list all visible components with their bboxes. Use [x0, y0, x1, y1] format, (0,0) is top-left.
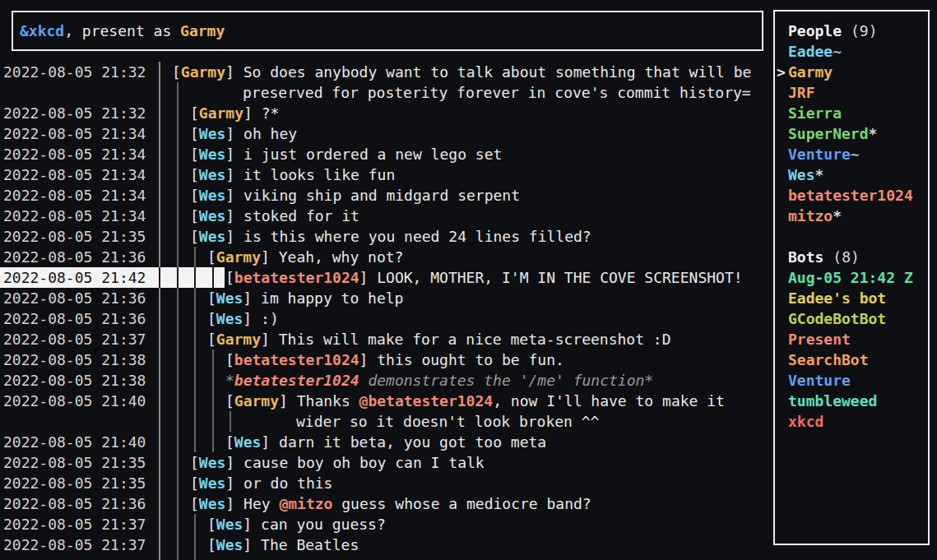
people-list: Eadee~>GarmyJRFSierraSuperNerd*Venture~W…: [775, 41, 928, 226]
message-nick: betatester1024: [234, 351, 359, 368]
chat-message-row[interactable]: 2022-08-05 21:38*betatester1024 demonstr…: [0, 370, 770, 391]
chat-message-row[interactable]: 2022-08-05 21:35[Wes] or do this: [0, 473, 770, 493]
selection-marker: >: [777, 62, 786, 82]
user-list-item[interactable]: mitzo*: [775, 206, 928, 226]
message-nick: Wes: [199, 125, 226, 142]
message-text: [Wes] The Beatles: [207, 535, 359, 555]
bracket: [: [207, 331, 216, 348]
message-segment: demonstrates the '/me' function*: [359, 372, 654, 389]
bracket: [: [207, 248, 216, 266]
bot-list-item[interactable]: Aug-05 21:42 Z: [775, 267, 928, 288]
message-nick: Wes: [216, 289, 244, 307]
message-segment: @betatester1024: [359, 392, 494, 410]
chat-message-row[interactable]: 2022-08-05 21:37[Wes] can you guess?: [0, 514, 770, 535]
bracket: [: [190, 474, 199, 492]
bracket: ]: [243, 310, 261, 327]
bracket: ]: [225, 125, 244, 142]
message-segment: i just ordered a new lego set: [244, 146, 502, 163]
bot-list-item[interactable]: Venture: [775, 370, 928, 391]
user-list-item[interactable]: JRF: [775, 82, 928, 103]
bracket: ]: [359, 351, 378, 368]
chat-message-row[interactable]: 2022-08-05 21:37[Wes] The Beatles: [0, 535, 770, 555]
message-text: [Wes] :): [207, 308, 279, 329]
message-nick: Wes: [216, 516, 244, 533]
bot-list-item[interactable]: Eadee's bot: [775, 288, 928, 308]
message-segment: darn it beta, you got too meta: [279, 433, 546, 451]
app-window: &xkcd, present as Garmy 2022-08-05 21:32…: [0, 0, 937, 560]
user-list-item[interactable]: SuperNerd*: [775, 123, 928, 144]
chat-log[interactable]: 2022-08-05 21:32[Garmy] So does anybody …: [0, 62, 772, 560]
message-segment: is this where you need 24 lines filled?: [244, 228, 591, 245]
chat-message-row[interactable]: 2022-08-05 21:36[Wes] :): [0, 308, 770, 329]
message-text: [betatester1024] LOOK, MOTHER, I'M IN TH…: [225, 267, 743, 288]
message-segment: So does anybody want to talk about somet…: [244, 63, 752, 81]
bracket: ]: [243, 289, 261, 307]
chat-message-row[interactable]: 2022-08-05 21:32[Garmy] ?*: [0, 103, 770, 123]
bracket: [: [190, 207, 199, 224]
chat-message-row[interactable]: 2022-08-05 21:34[Wes] viking ship and mi…: [0, 185, 770, 206]
bracket: ]: [279, 392, 297, 410]
message-nick: betatester1024: [234, 372, 359, 389]
message-text: [Garmy] Thanks @betatester1024, now I'll…: [225, 391, 725, 411]
bot-list-item[interactable]: Present: [775, 329, 928, 349]
bots-list: Aug-05 21:42 ZEadee's botGCodeBotBotPres…: [775, 267, 928, 432]
bot-name: xkcd: [788, 413, 823, 430]
user-list-item[interactable]: Sierra: [775, 103, 928, 123]
message-text: [Wes] viking ship and midgard serpent: [190, 185, 520, 206]
message-nick: Garmy: [216, 248, 261, 266]
chat-message-wrap-row[interactable]: preserved for posterity forever in cove'…: [0, 82, 770, 103]
bracket: [: [225, 433, 234, 451]
bracket: [: [207, 289, 216, 307]
message-segment: guess whose a mediocre band?: [332, 495, 591, 512]
message-segment: @mitzo: [279, 495, 332, 512]
user-list-item[interactable]: Wes*: [775, 164, 928, 185]
chat-message-wrap-row[interactable]: wider so it doesn't look broken ^^: [0, 411, 770, 432]
chat-message-row[interactable]: 2022-08-05 21:35[Wes] is this where you …: [0, 226, 770, 247]
chat-message-row[interactable]: 2022-08-05 21:34[Wes] i just ordered a n…: [0, 144, 770, 164]
chat-message-row[interactable]: 2022-08-05 21:35[Wes] cause boy oh boy c…: [0, 452, 770, 473]
chat-message-row[interactable]: 2022-08-05 21:38[betatester1024] this ou…: [0, 349, 770, 370]
message-segment: Yeah, why not?: [279, 248, 404, 266]
bracket: [: [190, 228, 199, 245]
timestamp: 2022-08-05 21:35: [3, 226, 146, 247]
bracket: ]: [243, 536, 261, 553]
bracket: [: [207, 516, 216, 533]
thread-guide-line: [212, 267, 214, 288]
user-list-item[interactable]: >Garmy: [775, 62, 928, 82]
chat-message-row[interactable]: 2022-08-05 21:40[Garmy] Thanks @betatest…: [0, 391, 770, 411]
bracket: [: [190, 187, 199, 204]
chat-message-row[interactable]: 2022-08-05 21:42[betatester1024] LOOK, M…: [0, 267, 770, 288]
chat-message-row[interactable]: 2022-08-05 21:36[Garmy] Yeah, why not?: [0, 247, 770, 267]
list-spacer: [775, 226, 928, 247]
chat-message-row[interactable]: 2022-08-05 21:34[Wes] stoked for it: [0, 206, 770, 226]
chat-message-row[interactable]: 2022-08-05 21:34[Wes] it looks like fun: [0, 164, 770, 185]
user-list-item[interactable]: Eadee~: [775, 41, 928, 62]
message-segment: , now I'll have to make it: [493, 392, 725, 410]
user-list-item[interactable]: betatester1024: [775, 185, 928, 206]
chat-message-row[interactable]: 2022-08-05 21:37[Garmy] This will make f…: [0, 329, 770, 349]
message-nick: Wes: [234, 433, 262, 451]
chat-message-row[interactable]: 2022-08-05 21:40[Wes] darn it beta, you …: [0, 432, 770, 452]
channel-header-text: , present as: [64, 22, 180, 39]
message-nick: betatester1024: [234, 269, 359, 286]
bot-list-item[interactable]: SearchBot: [775, 349, 928, 370]
message-nick: Wes: [199, 207, 226, 224]
bot-name: SearchBot: [788, 351, 869, 368]
bot-list-item[interactable]: xkcd: [775, 411, 928, 432]
message-segment: Hey: [244, 495, 279, 512]
chat-message-row[interactable]: 2022-08-05 21:34[Wes] oh hey: [0, 123, 770, 144]
message-nick: Wes: [199, 166, 226, 183]
bot-list-item[interactable]: tumbleweed: [775, 391, 928, 411]
message-text: [Garmy] This will make for a nice meta-s…: [207, 329, 671, 349]
chat-message-row[interactable]: 2022-08-05 21:32[Garmy] So does anybody …: [0, 62, 770, 82]
chat-message-row[interactable]: 2022-08-05 21:36[Wes] im happy to help: [0, 288, 770, 308]
bracket: ]: [243, 516, 261, 533]
user-list-item[interactable]: Venture~: [775, 144, 928, 164]
bracket: ]: [225, 495, 244, 512]
timestamp: 2022-08-05 21:38: [3, 370, 146, 391]
message-text: [Wes] it looks like fun: [190, 164, 395, 185]
bot-list-item[interactable]: GCodeBotBot: [775, 308, 928, 329]
bracket: [: [172, 63, 181, 81]
message-text: [Wes] is this where you need 24 lines fi…: [190, 226, 591, 247]
chat-message-row[interactable]: 2022-08-05 21:36[Wes] Hey @mitzo guess w…: [0, 493, 770, 514]
